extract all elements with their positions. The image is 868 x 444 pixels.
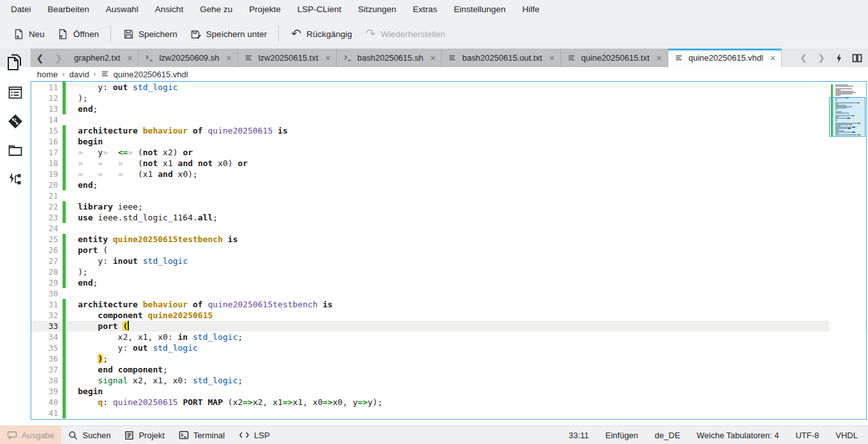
code-line-29[interactable]: 29end;: [31, 277, 866, 288]
statusbar-dictionary[interactable]: de_DE: [647, 431, 689, 440]
code-line-30[interactable]: 30: [31, 288, 866, 299]
menu-projekte[interactable]: Projekte: [241, 0, 289, 19]
menu-hilfe[interactable]: Hilfe: [514, 0, 548, 19]
dock-git-icon[interactable]: [6, 112, 25, 130]
code-editor[interactable]: 11 y: out std_logic12);13end;1415archite…: [31, 81, 867, 420]
tab-close-icon[interactable]: ×: [657, 54, 662, 62]
tab-scroll-left-icon[interactable]: ❮: [795, 50, 812, 66]
breadcrumb-dir-david[interactable]: david: [70, 70, 89, 79]
speichern-unter-button[interactable]: Speichern unter: [184, 24, 273, 44]
line-text: x2, x1, x0: in std_logic;: [66, 332, 243, 342]
speichern-button[interactable]: Speichern: [116, 24, 184, 44]
code-line-12[interactable]: 12);: [31, 93, 866, 103]
code-line-31[interactable]: 31architecture behaviour of quine2025061…: [31, 299, 866, 310]
code-line-22[interactable]: 22library ieee;: [31, 201, 866, 212]
menu-ansicht[interactable]: Ansicht: [147, 0, 191, 19]
code-line-17[interactable]: 17» y» <=» (not x2) or: [31, 147, 866, 158]
tab-close-icon[interactable]: ×: [549, 54, 554, 62]
tab-bash20250615-out-txt[interactable]: bash20250615.out.txt×: [442, 49, 560, 67]
menu-extras[interactable]: Extras: [405, 0, 445, 19]
dock-symbols-icon[interactable]: [6, 170, 25, 188]
code-line-26[interactable]: 26port (: [31, 245, 866, 256]
menu-bearbeiten[interactable]: Bearbeiten: [40, 0, 98, 19]
tab-close-icon[interactable]: ×: [326, 54, 331, 62]
tab-lzw20250615-txt[interactable]: lzw20250615.txt×: [238, 49, 337, 67]
tab-quine20250615-txt[interactable]: quine20250615.txt×: [561, 49, 668, 67]
statusbar-terminal-button[interactable]: Terminal: [172, 426, 232, 444]
code-line-11[interactable]: 11 y: out std_logic: [31, 82, 866, 93]
code-line-24[interactable]: 24: [31, 223, 866, 234]
statusbar-ausgabe-button[interactable]: Ausgabe: [0, 426, 61, 444]
code-line-40[interactable]: 40 q: quine20250615 PORT MAP (x2=>x2, x1…: [31, 397, 866, 408]
breadcrumb-file[interactable]: quine20250615.vhdl: [114, 70, 188, 79]
code-line-18[interactable]: 18» » » (not x1 and not x0) or: [31, 158, 866, 169]
tab-history-forward-button[interactable]: ❯: [49, 49, 68, 67]
menu-einstellungen[interactable]: Einstellungen: [445, 0, 514, 19]
tab-lzw20250609-sh[interactable]: lzw20250609.sh×: [138, 49, 237, 67]
code-line-15[interactable]: 15architecture behaviour of quine2025061…: [31, 125, 866, 136]
tab-history-back-button[interactable]: ❮: [31, 49, 49, 67]
code-line-36[interactable]: 36 );: [31, 353, 866, 364]
line-number: 24: [31, 223, 58, 234]
tab-scroll-right-icon[interactable]: ❯: [813, 50, 830, 66]
menu-auswahl[interactable]: Auswahl: [98, 0, 147, 19]
code-line-23[interactable]: 23use ieee.std_logic_1164.all;: [31, 212, 866, 223]
statusbar-tab-mode[interactable]: Weiche Tabulatoren: 4: [689, 431, 788, 440]
statusbar-insert-mode[interactable]: Einfügen: [597, 431, 647, 440]
menu-lsp-client[interactable]: LSP-CLient: [289, 0, 350, 19]
statusbar-syntax-mode[interactable]: VHDL: [827, 431, 868, 440]
menu-datei[interactable]: Datei: [3, 0, 40, 19]
line-number: 29: [31, 277, 58, 288]
code-line-32[interactable]: 32 component quine20250615: [31, 310, 866, 321]
neu-button[interactable]: Neu: [6, 24, 51, 44]
tab-close-icon[interactable]: ×: [226, 54, 231, 62]
tab-quine20250615-vhdl[interactable]: quine20250615.vhdl×: [668, 49, 782, 67]
tab-close-icon[interactable]: ×: [430, 54, 435, 62]
code-line-37[interactable]: 37 end component;: [31, 364, 866, 375]
statusbar-cursor-position[interactable]: 33:11: [560, 431, 597, 440]
code-line-41[interactable]: 41: [31, 408, 866, 418]
save-as-icon: [190, 28, 202, 40]
rückgängig-button[interactable]: ↶Rückgängig: [284, 24, 358, 44]
tab-close-icon[interactable]: ×: [770, 54, 775, 62]
line-number: 41: [31, 408, 58, 418]
statusbar-suchen-button[interactable]: Suchen: [61, 426, 117, 444]
statusbar-projekt-button[interactable]: Projekt: [117, 426, 171, 444]
minimap-visible-region[interactable]: [829, 97, 865, 137]
code-line-34[interactable]: 34 x2, x1, x0: in std_logic;: [31, 332, 866, 342]
menu-sitzungen[interactable]: Sitzungen: [350, 0, 405, 19]
code-line-35[interactable]: 35 y: out std_logic: [31, 342, 866, 353]
tab-close-icon[interactable]: ×: [127, 54, 132, 62]
menu-gehe-zu[interactable]: Gehe zu: [191, 0, 241, 19]
öffnen-button[interactable]: Öffnen: [51, 24, 105, 44]
dock-filesystem-icon[interactable]: [6, 141, 25, 159]
code-line-21[interactable]: 21: [31, 190, 866, 201]
code-line-20[interactable]: 20end;: [31, 180, 866, 190]
documents-stack-icon[interactable]: [5, 53, 26, 76]
line-number: 28: [31, 266, 58, 277]
code-line-33[interactable]: 33 port (: [31, 321, 866, 332]
tab-label: quine20250615.vhdl: [689, 53, 763, 63]
code-line-39[interactable]: 39begin: [31, 386, 866, 397]
split-view-icon[interactable]: [849, 50, 865, 66]
code-line-16[interactable]: 16begin: [31, 136, 866, 147]
quick-open-icon[interactable]: [831, 50, 848, 66]
tab-graphen2-txt[interactable]: graphen2.txt×: [68, 49, 138, 67]
statusbar-lsp-button[interactable]: LSP: [232, 426, 277, 444]
code-view[interactable]: 11 y: out std_logic12);13end;1415archite…: [31, 82, 866, 419]
tab-bash20250615-sh[interactable]: bash20250615.sh×: [337, 49, 442, 67]
code-line-25[interactable]: 25entity quine20250615testbench is: [31, 234, 866, 245]
code-line-13[interactable]: 13end;: [31, 103, 866, 114]
code-line-14[interactable]: 14: [31, 114, 866, 125]
minimap-scrollbar[interactable]: [829, 83, 865, 418]
dock-documents-icon[interactable]: [6, 84, 25, 102]
code-line-27[interactable]: 27 y: inout std_logic: [31, 256, 866, 266]
breadcrumb-dir-home[interactable]: home: [37, 70, 58, 79]
code-line-19[interactable]: 19» » » (x1 and x0);: [31, 169, 866, 180]
line-text: y: out std_logic: [66, 82, 178, 93]
line-text: signal x2, x1, x0: std_logic;: [66, 375, 243, 386]
breadcrumb[interactable]: home›david›quine20250615.vhdl: [0, 67, 868, 81]
code-line-28[interactable]: 28);: [31, 266, 866, 277]
code-line-38[interactable]: 38 signal x2, x1, x0: std_logic;: [31, 375, 866, 386]
statusbar-encoding[interactable]: UTF-8: [787, 431, 827, 440]
